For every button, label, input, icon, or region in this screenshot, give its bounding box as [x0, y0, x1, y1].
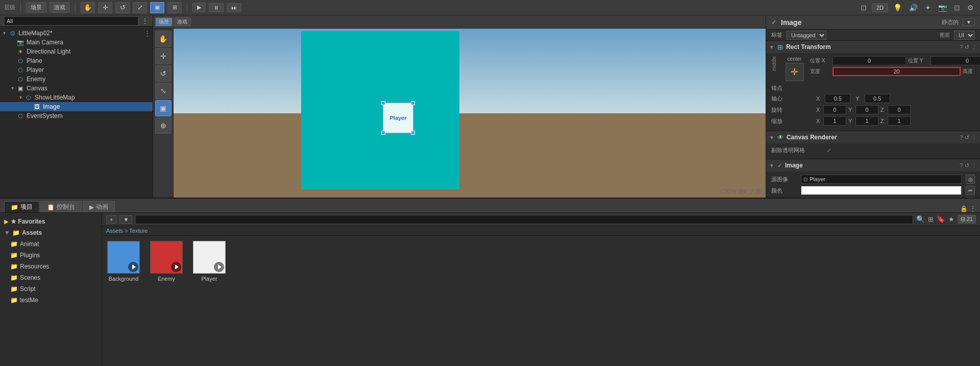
- hierarchy-menu-btn[interactable]: ⋮: [141, 17, 149, 25]
- rt-refresh-btn[interactable]: ↺: [965, 44, 969, 51]
- gizmo-btn[interactable]: ⊡: [952, 3, 962, 13]
- lock-btn[interactable]: 🔒: [960, 205, 968, 212]
- tool-gizmo[interactable]: ⊕: [155, 117, 172, 134]
- file-star-btn[interactable]: ★: [948, 215, 954, 223]
- file-resources[interactable]: 📁 Resources: [0, 261, 102, 272]
- fx-btn[interactable]: ✦: [923, 3, 933, 13]
- cr-refresh-btn[interactable]: ↺: [965, 134, 969, 141]
- rot-x-input[interactable]: [823, 105, 846, 114]
- hier-item-image[interactable]: 🖼 Image: [0, 102, 153, 111]
- rt-help-btn[interactable]: ?: [960, 44, 963, 51]
- tool-rotate[interactable]: ↺: [155, 65, 172, 82]
- hier-item-canvas[interactable]: ▼ ▣ Canvas: [0, 84, 153, 93]
- game-tab-btn[interactable]: 游戏: [50, 2, 70, 13]
- scene-tab-btn[interactable]: 场景: [26, 2, 46, 13]
- handle-tr[interactable]: [411, 101, 415, 105]
- cr-menu-btn[interactable]: ⋮: [971, 134, 977, 141]
- background-play-overlay[interactable]: [128, 262, 138, 272]
- hier-item-dir-light[interactable]: ☀ Directional Light: [0, 47, 153, 56]
- step-btn[interactable]: ⏭: [227, 3, 241, 12]
- cr-help-btn[interactable]: ?: [960, 134, 963, 141]
- scale-tool-btn[interactable]: ⤢: [133, 2, 147, 13]
- scene-viewport[interactable]: ✋ ✛ ↺ ⤡ ▣ ⊕ Player CSDN @F_九歌: [153, 29, 766, 198]
- color-select-btn[interactable]: ✏: [966, 186, 975, 195]
- canvas-renderer-header[interactable]: ▼ 👁 Canvas Renderer ? ↺ ⋮: [766, 131, 980, 143]
- static-dropdown-btn[interactable]: ▼: [963, 18, 975, 26]
- enemy-play-overlay[interactable]: [171, 262, 181, 272]
- pivot-x-input[interactable]: [825, 94, 850, 103]
- img-menu-btn[interactable]: ⋮: [971, 162, 977, 169]
- player-play-overlay[interactable]: [214, 262, 224, 272]
- scale-y-input[interactable]: [855, 116, 878, 126]
- hier-item-main-camera[interactable]: 📷 Main Camera: [0, 38, 153, 47]
- search-icon-btn[interactable]: 🔍: [916, 215, 925, 223]
- settings-btn[interactable]: ⚙: [965, 3, 976, 13]
- source-select-btn[interactable]: ◎: [966, 175, 975, 184]
- hier-item-eventsystem[interactable]: ⬡ EventSystem: [0, 111, 153, 120]
- tool-move[interactable]: ✛: [155, 48, 172, 64]
- file-plugins[interactable]: 📁 Plugins: [0, 250, 102, 261]
- layer-select[interactable]: UI: [954, 31, 975, 40]
- breadcrumb-current[interactable]: Texture: [129, 228, 148, 234]
- file-bookmark-btn[interactable]: 🔖: [937, 215, 945, 223]
- pivot-y-input[interactable]: [865, 94, 890, 103]
- file-view-btn[interactable]: ⊞: [928, 215, 934, 223]
- width-input[interactable]: [832, 67, 961, 76]
- file-search-input[interactable]: [135, 215, 913, 224]
- bottom-menu-btn[interactable]: ⋮: [970, 205, 976, 212]
- handle-tl[interactable]: [381, 101, 385, 105]
- hier-item-scene[interactable]: ▼ ⊡ LittleMap02* ⋮: [0, 29, 153, 38]
- file-scenes[interactable]: 📁 Scenes: [0, 272, 102, 283]
- img-refresh-btn[interactable]: ↺: [965, 162, 969, 169]
- rect-tool-btn[interactable]: ▣: [150, 2, 164, 13]
- file-actions-btn[interactable]: ▼: [119, 215, 132, 224]
- scale-x-input[interactable]: [823, 116, 846, 126]
- add-folder-btn[interactable]: +: [106, 215, 116, 224]
- file-testme[interactable]: 📁 testMe: [0, 295, 102, 306]
- camera-btn[interactable]: 📷: [936, 3, 949, 13]
- light-btn[interactable]: 💡: [891, 3, 904, 13]
- pause-btn[interactable]: ⏸: [209, 3, 224, 12]
- rot-y-input[interactable]: [855, 105, 878, 114]
- hierarchy-search[interactable]: [4, 16, 138, 26]
- favorites-item[interactable]: ▶ ★ Favorites: [0, 216, 102, 227]
- handle-br[interactable]: [411, 131, 415, 135]
- move-tool-btn[interactable]: ✛: [98, 2, 112, 13]
- cull-check[interactable]: ✓: [826, 147, 832, 154]
- handle-bl[interactable]: [381, 131, 385, 135]
- view-btn[interactable]: ⊡: [859, 3, 869, 13]
- rot-z-input[interactable]: [888, 105, 911, 114]
- asset-enemy[interactable]: Enemy: [150, 241, 183, 282]
- hand-tool-btn[interactable]: ✋: [81, 2, 95, 13]
- rect-transform-header[interactable]: ▼ ⊞ Rect Transform ? ↺ ⋮: [766, 41, 980, 53]
- pos-y-input[interactable]: [930, 56, 980, 65]
- tag-select[interactable]: Untagged: [787, 31, 826, 40]
- 2d-btn[interactable]: 2D: [872, 3, 888, 12]
- hier-item-enemy[interactable]: ⬡ Enemy: [0, 75, 153, 84]
- scale-z-input[interactable]: [888, 116, 911, 126]
- tool-hand[interactable]: ✋: [155, 31, 172, 47]
- tab-animation[interactable]: ▶ 动画: [83, 201, 115, 212]
- all-tool-btn[interactable]: ⊞: [167, 2, 182, 13]
- scene-menu-btn[interactable]: ⋮: [144, 30, 151, 37]
- tab-project[interactable]: 📁 项目: [4, 201, 39, 212]
- image-comp-header[interactable]: ▼ ✓ Image ? ↺ ⋮: [766, 159, 980, 172]
- rotate-tool-btn[interactable]: ↺: [115, 2, 130, 13]
- asset-player[interactable]: Player: [193, 241, 226, 282]
- tab-console[interactable]: 📋 控制台: [40, 201, 82, 212]
- play-btn[interactable]: ▶: [192, 3, 206, 12]
- anchor-icon[interactable]: ✛: [786, 63, 804, 81]
- img-help-btn[interactable]: ?: [960, 162, 963, 169]
- audio-btn[interactable]: 🔊: [907, 3, 920, 13]
- color-preview[interactable]: [801, 186, 962, 195]
- tool-scale[interactable]: ⤡: [155, 83, 172, 99]
- tool-rect[interactable]: ▣: [155, 100, 172, 116]
- scene-view-btn[interactable]: 场景: [155, 17, 173, 27]
- game-view-btn[interactable]: 游戏: [174, 17, 191, 27]
- file-script[interactable]: 📁 Script: [0, 283, 102, 295]
- breadcrumb-root[interactable]: Assets: [106, 228, 123, 234]
- pos-x-input[interactable]: [832, 56, 906, 65]
- player-sprite[interactable]: Player: [383, 103, 413, 133]
- file-animat[interactable]: 📁 Animat: [0, 238, 102, 250]
- assets-root-item[interactable]: ▼ 📁 Assets: [0, 227, 102, 238]
